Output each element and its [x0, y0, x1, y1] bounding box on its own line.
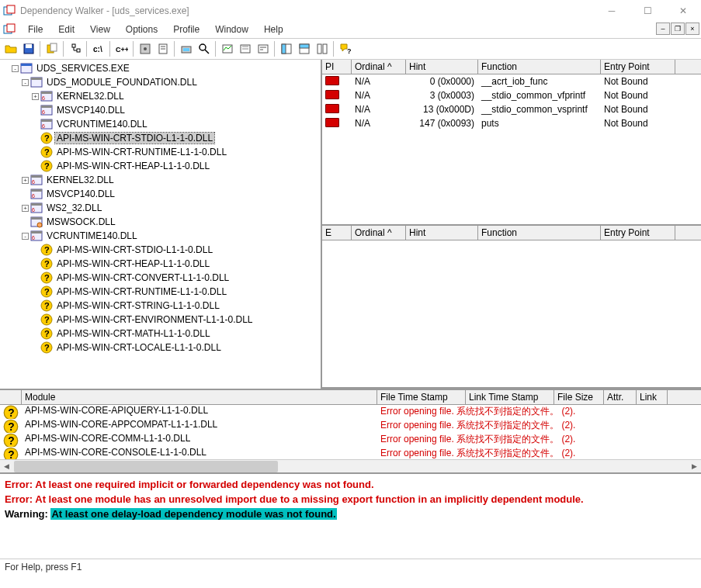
import-row[interactable]: N/A3 (0x0003)__stdio_common_vfprintfNot … [322, 88, 701, 102]
undecorate-icon[interactable]: C++ [113, 40, 130, 58]
exports-header[interactable]: E Ordinal ^ Hint Function Entry Point [322, 226, 701, 240]
col-function[interactable]: Function [478, 60, 601, 74]
module-list-hscroll[interactable]: ◀ ▶ [0, 459, 701, 472]
next-icon[interactable] [295, 40, 313, 58]
syspath-icon[interactable] [177, 40, 195, 58]
col-link[interactable]: Link [637, 390, 668, 404]
module-row[interactable]: ?API-MS-WIN-CORE-APIQUERY-L1-1-0.DLLErro… [0, 405, 701, 419]
svg-rect-5 [26, 44, 32, 48]
tree-node[interactable]: ?API-MS-WIN-CRT-HEAP-L1-1-0.DLL [0, 159, 321, 173]
tree-node[interactable]: -UDS_SERVICES.EXE [0, 61, 321, 75]
tree-node[interactable]: 6MSVCP140.DLL [0, 103, 321, 117]
minimize-button[interactable]: ─ [594, 0, 630, 21]
menu-profile[interactable]: Profile [165, 22, 207, 36]
mdi-restore[interactable]: ❐ [671, 22, 685, 35]
log-warning: Warning: At least one delay-load depende… [5, 507, 696, 521]
import-row[interactable]: N/A147 (0x0093)putsNot Bound [322, 116, 701, 130]
menu-edit[interactable]: Edit [50, 22, 82, 36]
expand-toggle[interactable]: - [12, 65, 19, 72]
scroll-left-icon[interactable]: ◀ [0, 460, 13, 472]
tree-node[interactable]: ?API-MS-WIN-CRT-RUNTIME-L1-1-0.DLL [0, 285, 321, 299]
svg-rect-25 [259, 45, 268, 53]
mdi-close[interactable]: × [685, 22, 699, 35]
find-icon[interactable] [195, 40, 213, 58]
col-filesize[interactable]: File Size [554, 390, 604, 404]
col-icon[interactable] [0, 390, 22, 404]
col-entrypoint[interactable]: Entry Point [601, 226, 675, 240]
expand-toggle[interactable]: + [22, 205, 29, 212]
tree-node[interactable]: ?API-MS-WIN-CRT-STRING-L1-1-0.DLL [0, 299, 321, 313]
close-button[interactable]: ✕ [665, 0, 701, 21]
tree-node[interactable]: ?API-MS-WIN-CRT-MATH-L1-1-0.DLL [0, 327, 321, 341]
expand-toggle[interactable]: - [22, 233, 29, 240]
prev-icon[interactable] [277, 40, 295, 58]
tree-node[interactable]: -6VCRUNTIME140.DLL [0, 229, 321, 243]
module-row[interactable]: ?API-MS-WIN-CORE-APPCOMPAT-L1-1-1.DLLErr… [0, 419, 701, 433]
tree-label: UDS_MODULE_FOUNDATION.DLL [45, 77, 199, 88]
tree-node[interactable]: ?API-MS-WIN-CRT-STDIO-L1-1-0.DLL [0, 243, 321, 257]
svg-rect-40 [41, 92, 52, 94]
exports-pane[interactable]: E Ordinal ^ Hint Function Entry Point [322, 226, 701, 389]
col-e[interactable]: E [322, 226, 352, 240]
col-module[interactable]: Module [22, 390, 377, 404]
tree-node[interactable]: +6KERNEL32.DLL [0, 89, 321, 103]
menu-view[interactable]: View [82, 22, 118, 36]
clear-log-icon[interactable] [236, 40, 254, 58]
col-entrypoint[interactable]: Entry Point [601, 60, 675, 74]
expand-toggle[interactable]: - [22, 79, 29, 86]
matching-icon[interactable] [313, 40, 331, 58]
save-icon[interactable] [19, 40, 37, 58]
tree-node[interactable]: ?API-MS-WIN-CRT-HEAP-L1-1-0.DLL [0, 257, 321, 271]
import-row[interactable]: N/A13 (0x000D)__stdio_common_vsprintfNot… [322, 102, 701, 116]
menu-window[interactable]: Window [207, 22, 256, 36]
col-attr[interactable]: Attr. [604, 390, 637, 404]
help-icon[interactable]: ? [336, 40, 354, 58]
tree-node[interactable]: 6MSVCP140.DLL [0, 187, 321, 201]
copy-icon[interactable] [43, 40, 61, 58]
col-hint[interactable]: Hint [406, 226, 478, 240]
module-list-header[interactable]: Module File Time Stamp Link Time Stamp F… [0, 390, 701, 405]
module-tree[interactable]: -UDS_SERVICES.EXE-UDS_MODULE_FOUNDATION.… [0, 60, 322, 389]
col-filetime[interactable]: File Time Stamp [377, 390, 466, 404]
module-row[interactable]: ?API-MS-WIN-CORE-COMM-L1-1-0.DLLError op… [0, 433, 701, 447]
tree-node[interactable]: +6WS2_32.DLL [0, 201, 321, 215]
scroll-thumb[interactable] [14, 461, 278, 472]
tree-node[interactable]: ?API-MS-WIN-CRT-LOCALE-L1-1-0.DLL [0, 341, 321, 355]
menu-file[interactable]: File [20, 22, 50, 36]
col-hint[interactable]: Hint [406, 60, 478, 74]
tree-node[interactable]: MSWSOCK.DLL [0, 215, 321, 229]
menu-help[interactable]: Help [256, 22, 291, 36]
expand-toggle[interactable]: + [32, 93, 39, 100]
autoexpand-icon[interactable] [66, 40, 84, 58]
imports-header[interactable]: PI Ordinal ^ Hint Function Entry Point [322, 60, 701, 74]
tree-node[interactable]: ?API-MS-WIN-CRT-STDIO-L1-1-0.DLL [0, 131, 321, 145]
tree-node[interactable]: ?API-MS-WIN-CRT-ENVIRONMENT-L1-1-0.DLL [0, 313, 321, 327]
col-function[interactable]: Function [478, 226, 601, 240]
col-pi[interactable]: PI [322, 60, 352, 74]
properties-icon[interactable] [154, 40, 172, 58]
profile-icon[interactable] [218, 40, 236, 58]
tree-node[interactable]: -UDS_MODULE_FOUNDATION.DLL [0, 75, 321, 89]
col-linktime[interactable]: Link Time Stamp [466, 390, 554, 404]
module-list[interactable]: Module File Time Stamp Link Time Stamp F… [0, 389, 701, 472]
tree-node[interactable]: +6KERNEL32.DLL [0, 173, 321, 187]
viewmod-icon[interactable] [136, 40, 154, 58]
mdi-minimize[interactable]: – [656, 22, 670, 35]
imports-pane[interactable]: PI Ordinal ^ Hint Function Entry Point N… [322, 60, 701, 226]
open-icon[interactable] [2, 40, 19, 58]
fullpath-icon[interactable]: c:\ [89, 40, 107, 58]
dll6-icon: 6 [30, 230, 43, 242]
expand-toggle[interactable]: + [22, 177, 29, 184]
tree-node[interactable]: ?API-MS-WIN-CRT-CONVERT-L1-1-0.DLL [0, 271, 321, 285]
tree-node[interactable]: 6VCRUNTIME140.DLL [0, 117, 321, 131]
menu-options[interactable]: Options [118, 22, 165, 36]
filter-icon[interactable] [254, 40, 272, 58]
col-ordinal[interactable]: Ordinal ^ [352, 60, 406, 74]
module-row[interactable]: ?API-MS-WIN-CORE-CONSOLE-L1-1-0.DLLError… [0, 447, 701, 459]
log-pane[interactable]: Error: At least one required implicit or… [0, 472, 701, 559]
tree-node[interactable]: ?API-MS-WIN-CRT-RUNTIME-L1-1-0.DLL [0, 145, 321, 159]
import-row[interactable]: N/A0 (0x0000)__acrt_iob_funcNot Bound [322, 74, 701, 88]
scroll-right-icon[interactable]: ▶ [688, 460, 701, 472]
col-ordinal[interactable]: Ordinal ^ [352, 226, 406, 240]
maximize-button[interactable]: ☐ [630, 0, 665, 21]
